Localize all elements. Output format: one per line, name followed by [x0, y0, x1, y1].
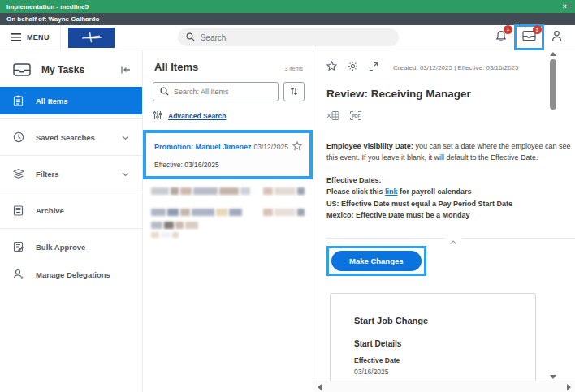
scroll-left-arrow[interactable] [318, 384, 322, 390]
menu-label: MENU [27, 33, 50, 41]
sidebar-title: My Tasks [41, 64, 110, 75]
sidebar: My Tasks All Items Saved Searches [0, 50, 142, 392]
payroll-calendar-line: Please click this link for payroll calen… [326, 186, 575, 197]
scrollbar-thumb[interactable] [550, 59, 556, 110]
make-changes-button[interactable]: Make Changes [331, 251, 422, 271]
archive-box-icon [13, 205, 24, 216]
payroll-calendar-link[interactable]: link [385, 187, 398, 196]
card-section-heading: Start Details [354, 339, 519, 348]
effective-dates-note: Effective Dates: Please click this link … [326, 174, 575, 222]
sidebar-item-label: Manage Delegations [36, 270, 129, 279]
chevron-up-icon[interactable] [445, 234, 462, 248]
effective-date-value: 03/16/2025 [354, 368, 519, 376]
chevron-down-icon [122, 170, 129, 179]
sidebar-item-filters[interactable]: Filters [0, 160, 142, 187]
list-search[interactable] [153, 82, 279, 101]
sidebar-item-manage-delegations[interactable]: Manage Delegations [0, 261, 142, 288]
sort-button[interactable] [283, 82, 305, 101]
implementation-banner: Implementation - medline5 × [0, 0, 575, 13]
sort-arrows-icon [290, 84, 298, 99]
sidebar-item-label: Filters [36, 170, 110, 179]
collapse-divider [326, 238, 575, 239]
impersonation-text: On behalf of: Wayne Galhardo [6, 15, 99, 23]
task-list-panel: All Items 3 items Advanced Search [142, 50, 313, 392]
divider [0, 192, 142, 192]
svg-text:PDF: PDF [352, 114, 361, 118]
window-scroll-up-arrow[interactable] [566, 3, 573, 7]
us-effective-date-rule: US: Effective Date must equal a Pay Peri… [326, 198, 575, 209]
clipboard-icon [13, 95, 24, 106]
redacted-task-item[interactable] [143, 207, 313, 250]
sidebar-item-label: Bulk Approve [36, 243, 129, 252]
sidebar-item-label: Archive [36, 206, 129, 215]
expand-icon[interactable] [369, 60, 378, 75]
chevron-down-icon [122, 133, 129, 142]
list-search-input[interactable] [174, 88, 263, 96]
gear-icon[interactable] [348, 60, 358, 75]
app-header: MENU 1 3 [0, 25, 575, 50]
task-item-date: 03/12/2025 [253, 143, 288, 151]
redacted-task-item[interactable] [143, 179, 313, 207]
visibility-note-bold: Employee Visibility Date: [326, 142, 413, 150]
visibility-note: Employee Visibility Date: you can set a … [326, 141, 575, 164]
my-tasks-inbox-button[interactable]: 3 [522, 30, 536, 45]
detail-vertical-scrollbar[interactable] [550, 52, 557, 379]
layers-icon [13, 168, 24, 179]
my-tasks-icon [13, 62, 31, 77]
document-edit-icon [13, 241, 24, 252]
tune-sliders-icon [153, 109, 162, 123]
scroll-up-arrow[interactable] [550, 52, 556, 56]
divider [0, 228, 142, 229]
sidebar-item-saved-searches[interactable]: Saved Searches [0, 123, 142, 151]
task-item-effective-date: Effective: 03/16/2025 [154, 161, 302, 169]
divider [0, 155, 142, 156]
list-panel-title: All Items [154, 61, 198, 73]
person-plus-icon [13, 269, 24, 280]
created-effective-line: Created: 03/12/2025 | Effective: 03/16/2… [393, 64, 519, 71]
advanced-search-link[interactable]: Advanced Search [168, 112, 226, 120]
task-detail-panel: Created: 03/12/2025 | Effective: 03/16/2… [313, 50, 575, 392]
star-icon[interactable] [292, 140, 302, 154]
sidebar-item-bulk-approve[interactable]: Bulk Approve [0, 233, 142, 261]
company-logo[interactable] [68, 28, 115, 48]
advanced-search[interactable]: Advanced Search [143, 101, 313, 130]
task-item-title[interactable]: Promotion: Manuel Jimenez [154, 143, 253, 151]
start-job-change-card: Start Job Change Start Details Effective… [330, 293, 536, 392]
search-icon [186, 30, 195, 45]
detail-title: Review: Receiving Manager [326, 88, 575, 100]
global-search[interactable] [178, 28, 399, 46]
sidebar-item-label: All Items [36, 97, 129, 106]
export-pdf-icon[interactable]: PDF [349, 110, 362, 124]
card-title: Start Job Change [354, 316, 519, 325]
detail-horizontal-scrollbar[interactable] [313, 381, 575, 392]
sidebar-item-label: Saved Searches [36, 133, 110, 142]
effective-dates-heading: Effective Dates: [326, 174, 575, 186]
task-list-item[interactable]: Promotion: Manuel Jimenez 03/12/2025 Eff… [146, 133, 309, 176]
notifications-button[interactable]: 1 [495, 30, 507, 45]
inbox-annotation-box: 3 [514, 24, 544, 50]
profile-button[interactable] [551, 30, 562, 45]
hamburger-icon [11, 30, 21, 45]
scroll-right-arrow[interactable] [567, 384, 571, 390]
scroll-down-arrow[interactable] [550, 375, 556, 379]
search-icon [160, 84, 169, 99]
make-changes-annotation-box: Make Changes [326, 246, 426, 276]
export-excel-icon[interactable] [326, 110, 339, 124]
item-count: 3 items [284, 66, 303, 71]
notifications-badge: 1 [504, 25, 512, 34]
clock-icon [13, 131, 24, 143]
favorite-star-icon[interactable] [326, 60, 337, 75]
mexico-effective-date-rule: Mexico: Effective Date must be a Monday [326, 209, 575, 221]
inbox-badge: 3 [533, 25, 542, 34]
impersonation-bar: On behalf of: Wayne Galhardo [0, 13, 575, 25]
effective-date-label: Effective Date [354, 356, 519, 364]
collapse-sidebar-icon[interactable] [121, 62, 131, 77]
global-search-input[interactable] [201, 33, 363, 42]
task-item-annotation-box: Promotion: Manuel Jimenez 03/12/2025 Eff… [143, 130, 313, 179]
sidebar-item-all-items[interactable]: All Items [0, 87, 142, 114]
sidebar-item-archive[interactable]: Archive [0, 196, 142, 224]
divider [0, 118, 142, 119]
implementation-title: Implementation - medline5 [6, 3, 89, 11]
person-icon [551, 30, 562, 45]
menu-button[interactable]: MENU [0, 25, 61, 50]
